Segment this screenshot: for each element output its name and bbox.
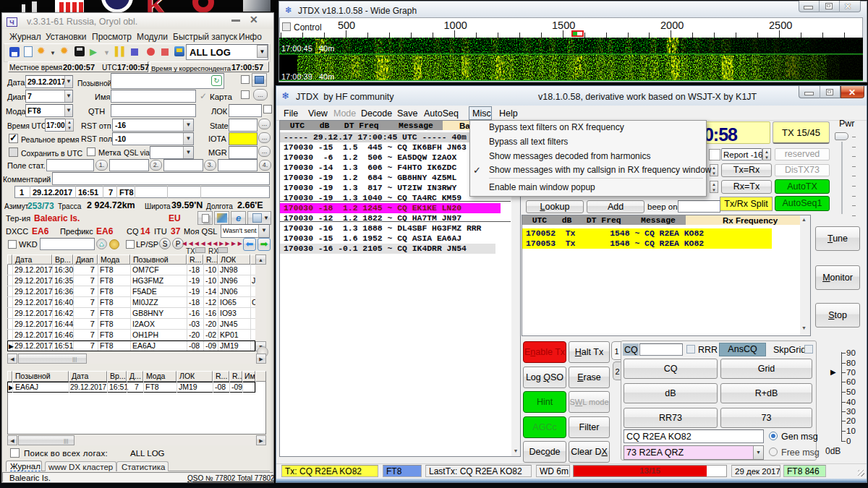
svg-text:17:00:45 40m: 17:00:45 40m [281, 44, 334, 53]
svg-text:17:00:39 40m: 17:00:39 40m [281, 72, 334, 81]
